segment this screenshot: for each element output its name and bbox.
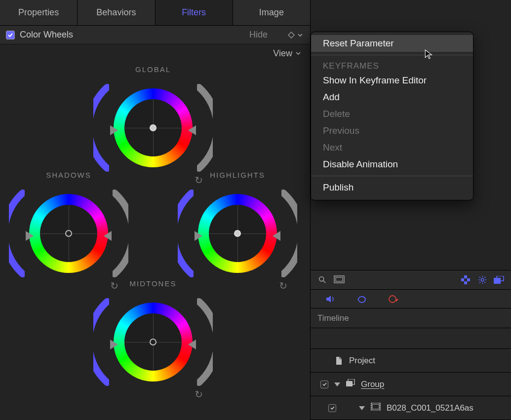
svg-rect-8	[461, 281, 464, 284]
wheel-title-global: GLOBAL	[96, 65, 210, 74]
keyframe-diamond-icon[interactable]	[287, 31, 295, 39]
animation-menu-chevron[interactable]	[297, 32, 304, 38]
menu-publish[interactable]: Publish	[311, 179, 473, 196]
clip-label: B028_C001_0521A6as	[387, 403, 473, 413]
wheel-title-highlights: HIGHLIGHTS	[181, 171, 294, 179]
color-wheel-global[interactable]: GLOBAL ↺	[96, 65, 210, 182]
group-stack-icon	[346, 379, 355, 389]
color-wheel-shadows[interactable]: SHADOWS ↺	[12, 171, 125, 288]
document-icon	[335, 356, 343, 365]
tab-properties[interactable]: Properties	[0, 0, 78, 25]
svg-rect-22	[346, 381, 353, 386]
audio-icon[interactable]	[324, 294, 336, 304]
menu-heading-keyframes: KEYFRAMES	[311, 58, 473, 72]
hide-button[interactable]: Hide	[249, 30, 268, 40]
svg-rect-7	[464, 278, 467, 281]
menu-reset-parameter[interactable]: Reset Parameter	[311, 35, 473, 52]
brightness-arc-highlights[interactable]	[178, 189, 194, 278]
timeline-subtoolbar	[311, 290, 511, 308]
search-icon[interactable]	[316, 274, 328, 285]
saturation-arc-highlights[interactable]	[281, 189, 297, 278]
reset-icon[interactable]: ↺	[279, 280, 287, 292]
filter-enable-checkbox[interactable]	[6, 31, 15, 39]
group-label: Group	[361, 380, 384, 389]
svg-point-10	[481, 278, 483, 281]
tab-image[interactable]: Image	[233, 0, 310, 25]
menu-add[interactable]: Add	[311, 89, 473, 106]
panels-icon[interactable]	[493, 274, 505, 285]
menu-previous: Previous	[311, 122, 473, 139]
menu-disable-animation[interactable]: Disable Animation	[311, 156, 473, 173]
svg-rect-25	[372, 404, 379, 409]
gear-icon[interactable]	[476, 274, 488, 285]
timeline-heading: Timeline	[311, 308, 511, 328]
svg-point-21	[389, 296, 396, 303]
animation-context-menu: Reset Parameter KEYFRAMES Show In Keyfra…	[311, 32, 473, 200]
brightness-arc-global[interactable]	[93, 83, 109, 172]
color-wheels-area: GLOBAL ↺ SHADOWS	[0, 62, 310, 420]
wheel-title-shadows: SHADOWS	[12, 171, 125, 179]
brightness-arc-shadows[interactable]	[9, 189, 25, 278]
timeline-row-project[interactable]: Project	[311, 349, 511, 373]
checker-icon[interactable]	[460, 274, 472, 285]
record-icon[interactable]	[388, 294, 399, 304]
svg-line-1	[323, 281, 326, 283]
filter-header: Color Wheels Hide	[0, 26, 310, 44]
project-label: Project	[349, 356, 375, 366]
clip-visible-checkbox[interactable]	[328, 404, 336, 412]
inspector-tabs: Properties Behaviors Filters Image	[0, 0, 310, 26]
menu-next: Next	[311, 139, 473, 156]
timeline-row-clip[interactable]: B028_C001_0521A6as	[311, 396, 511, 420]
saturation-arc-shadows[interactable]	[113, 189, 128, 278]
wheel-title-midtones: MIDTONES	[96, 279, 210, 288]
svg-point-0	[319, 277, 324, 281]
color-wheel-highlights[interactable]: HIGHLIGHTS ↺	[181, 171, 294, 288]
svg-line-17	[484, 277, 485, 278]
menu-delete: Delete	[311, 106, 473, 122]
timeline-row-group[interactable]: Group	[311, 373, 511, 396]
saturation-arc-midtones[interactable]	[197, 298, 213, 386]
svg-rect-9	[467, 281, 470, 284]
reset-icon[interactable]: ↺	[195, 388, 203, 400]
svg-rect-5	[461, 275, 464, 278]
svg-line-15	[479, 277, 480, 278]
group-visible-checkbox[interactable]	[320, 381, 328, 388]
filter-name: Color Wheels	[20, 30, 73, 40]
svg-line-16	[484, 282, 485, 283]
disclosure-triangle-icon[interactable]	[359, 406, 365, 410]
color-wheel-midtones[interactable]: MIDTONES ↺	[96, 279, 210, 396]
saturation-arc-global[interactable]	[197, 83, 213, 172]
tab-filters[interactable]: Filters	[156, 0, 233, 25]
filmstrip-icon	[371, 403, 381, 413]
view-chevron-icon[interactable]	[295, 50, 302, 56]
canvas-icon[interactable]	[333, 274, 345, 285]
svg-rect-6	[467, 275, 470, 278]
menu-show-in-keyframe-editor[interactable]: Show In Keyframe Editor	[311, 72, 473, 89]
cursor-icon	[424, 49, 434, 60]
svg-rect-3	[336, 277, 343, 281]
svg-line-18	[479, 282, 480, 283]
brightness-arc-midtones[interactable]	[93, 298, 109, 386]
tab-behaviors[interactable]: Behaviors	[78, 0, 155, 25]
loop-icon[interactable]	[356, 294, 368, 304]
view-menu[interactable]: View	[273, 48, 292, 59]
disclosure-triangle-icon[interactable]	[334, 382, 340, 386]
timeline-toolbar	[311, 270, 511, 290]
